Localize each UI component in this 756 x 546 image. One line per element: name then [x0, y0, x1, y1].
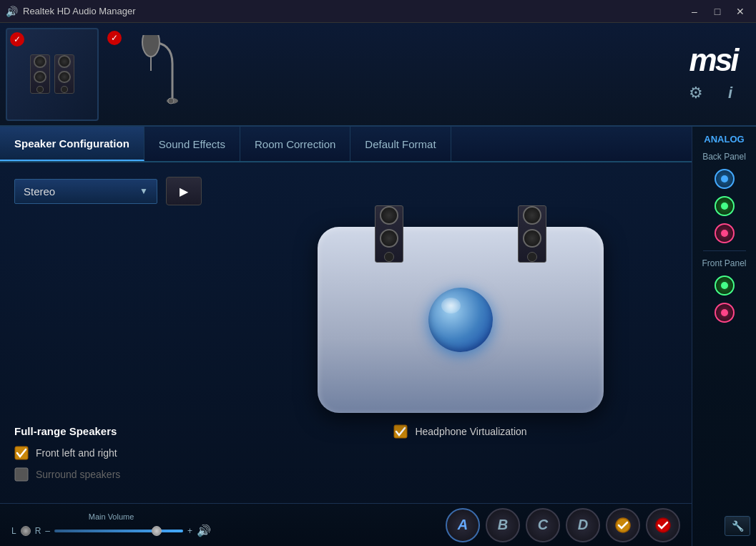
green-dot [721, 203, 728, 210]
bottom-bar: Main Volume L R – + 🔊 [0, 503, 692, 546]
stage-right-speaker [518, 205, 546, 263]
blue-dot [721, 175, 728, 182]
front-lr-checkbox-icon [14, 446, 29, 460]
back-panel-jack-green[interactable] [715, 196, 735, 216]
minimize-button[interactable]: – [684, 4, 705, 19]
surround-checkbox-icon [14, 467, 29, 482]
speaker-tweeter-1 [36, 86, 44, 93]
front-green-dot [721, 282, 728, 289]
speaker-volume-icon: 🔊 [197, 524, 211, 537]
back-panel-jack-blue[interactable] [715, 169, 735, 189]
tab-room-correction[interactable]: Room Correction [240, 127, 350, 161]
tabs-bar: Speaker Configuration Sound Effects Room… [0, 127, 692, 162]
info-icon[interactable]: i [719, 82, 742, 104]
speaker-box-1 [30, 54, 50, 94]
right-speaker-tweeter [527, 252, 537, 262]
back-panel-label: Back Panel [702, 152, 746, 162]
speaker-visualization: Headphone Virtualization [243, 177, 677, 489]
speaker-woofer-4 [58, 71, 71, 84]
button-a[interactable]: A [446, 508, 480, 542]
front-left-right-row[interactable]: Front left and right [14, 446, 229, 460]
check-button-1[interactable] [606, 508, 640, 542]
dropdown-arrow-icon: ▼ [139, 186, 148, 196]
mic-device-icon[interactable]: ✓ [104, 28, 197, 121]
svg-point-0 [142, 35, 159, 57]
check-button-2[interactable] [646, 508, 680, 542]
button-d[interactable]: D [566, 508, 600, 542]
bottom-buttons: A B C D [446, 508, 680, 542]
close-button[interactable]: ✕ [730, 4, 750, 19]
play-test-button[interactable]: ▶ [166, 177, 202, 205]
speaker-stage [318, 227, 604, 413]
headphone-virtualization-row[interactable]: Headphone Virtualization [393, 424, 526, 439]
right-speaker-woofer-2 [523, 229, 541, 248]
front-pink-dot [721, 309, 728, 316]
surround-label: Surround speakers [36, 469, 120, 480]
dropdown-selected-value: Stereo [24, 185, 55, 198]
button-c[interactable]: C [526, 508, 560, 542]
l-label: L [11, 526, 16, 536]
speaker-woofer-2 [34, 71, 46, 84]
top-bar-actions: ⚙ i [684, 82, 742, 104]
title-bar: 🔊 Realtek HD Audio Manager – □ ✕ [0, 0, 756, 23]
mic-svg [122, 35, 180, 114]
speaker-check-badge: ✓ [10, 32, 24, 47]
front-panel-label: Front Panel [702, 258, 746, 268]
speaker-mode-dropdown[interactable]: Stereo ▼ [14, 179, 157, 204]
volume-slider[interactable] [54, 530, 183, 532]
front-lr-label: Front left and right [36, 447, 117, 459]
back-panel-jack-pink[interactable] [715, 223, 735, 243]
title-bar-left: 🔊 Realtek HD Audio Manager [6, 6, 136, 17]
full-range-title: Full-range Speakers [14, 425, 229, 437]
content-area: Speaker Configuration Sound Effects Room… [0, 127, 756, 546]
stage-left-speaker [375, 205, 403, 263]
speaker-device-icon[interactable]: ✓ [6, 28, 99, 121]
surround-speakers-row[interactable]: Surround speakers [14, 467, 229, 482]
maximize-button[interactable]: □ [707, 4, 727, 19]
mic-check-badge: ✓ [107, 31, 122, 45]
msi-logo: msi [689, 44, 737, 76]
left-speaker-woofer-2 [380, 229, 398, 248]
tab-sound-effects[interactable]: Sound Effects [144, 127, 240, 161]
right-panel: ANALOG Back Panel Front Panel 🔧 [692, 127, 756, 546]
play-icon: ▶ [180, 185, 188, 198]
svg-point-3 [168, 98, 174, 104]
svg-rect-5 [15, 468, 28, 481]
title-bar-controls: – □ ✕ [684, 4, 750, 19]
right-speaker-woofer [523, 206, 541, 225]
tab-default-format[interactable]: Default Format [350, 127, 451, 161]
analog-label: ANALOG [704, 134, 744, 145]
speaker-config-content: Stereo ▼ ▶ Full-range Speakers [0, 162, 692, 503]
speaker-woofer-3 [58, 55, 71, 68]
speaker-visual [30, 54, 74, 94]
crystal-ball [428, 288, 493, 352]
audio-manager-icon: 🔊 [6, 6, 17, 17]
headphone-label: Headphone Virtualization [415, 426, 526, 437]
front-panel-jack-pink[interactable] [715, 303, 735, 323]
button-b[interactable]: B [486, 508, 520, 542]
left-vol-knob[interactable] [21, 526, 31, 536]
left-speaker-tweeter [384, 252, 394, 262]
title-bar-title: Realtek HD Audio Manager [23, 6, 136, 16]
volume-section: Main Volume L R – + 🔊 [11, 512, 211, 537]
main-content: Speaker Configuration Sound Effects Room… [0, 127, 692, 546]
speaker-woofer-1 [34, 55, 46, 68]
wrench-button[interactable]: 🔧 [725, 516, 750, 536]
volume-controls: L R – + 🔊 [11, 524, 211, 537]
gear-icon[interactable]: ⚙ [684, 82, 707, 104]
panel-divider [703, 250, 746, 251]
left-panel: Stereo ▼ ▶ Full-range Speakers [14, 177, 229, 489]
msi-logo-area: msi ⚙ i [684, 44, 742, 104]
volume-thumb [152, 526, 162, 536]
plus-label: + [187, 526, 192, 536]
left-speaker-woofer [380, 206, 398, 225]
top-bar: ✓ ✓ [0, 23, 756, 127]
tab-speaker-configuration[interactable]: Speaker Configuration [0, 127, 144, 161]
full-range-section: Full-range Speakers Front left and right [14, 418, 229, 489]
speaker-box-2 [54, 54, 74, 94]
r-label: R [35, 526, 41, 536]
pink-dot [721, 230, 728, 237]
volume-label: Main Volume [89, 512, 134, 521]
front-panel-jack-green[interactable] [715, 276, 735, 296]
main-window: ✓ ✓ [0, 23, 756, 546]
